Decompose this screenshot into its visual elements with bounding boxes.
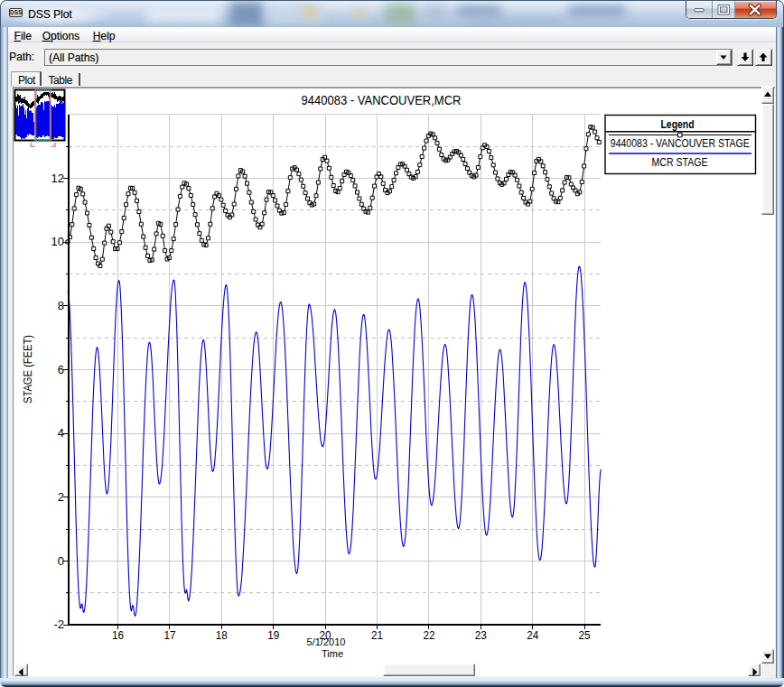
svg-text:MCR STAGE: MCR STAGE	[652, 155, 708, 169]
svg-text:STAGE (FEET): STAGE (FEET)	[22, 335, 34, 404]
svg-text:17: 17	[163, 629, 175, 642]
svg-text:-2: -2	[53, 617, 64, 631]
svg-text:16: 16	[112, 629, 124, 642]
svg-text:5/1/2010: 5/1/2010	[307, 636, 346, 647]
svg-text:4: 4	[58, 426, 64, 440]
svg-text:2: 2	[58, 490, 64, 504]
svg-text:23: 23	[475, 629, 487, 642]
svg-text:10: 10	[51, 235, 64, 248]
svg-text:25: 25	[579, 629, 591, 642]
svg-text:6: 6	[58, 363, 64, 376]
svg-text:9440083 - VANCOUVER,MCR: 9440083 - VANCOUVER,MCR	[302, 92, 462, 107]
svg-text:24: 24	[527, 629, 538, 642]
svg-text:19: 19	[267, 629, 279, 642]
svg-text:0: 0	[58, 554, 64, 568]
svg-text:8: 8	[58, 299, 64, 312]
svg-text:Legend: Legend	[661, 117, 695, 131]
svg-text:22: 22	[423, 629, 434, 642]
svg-text:12: 12	[51, 172, 64, 185]
svg-text:9440083 - VANCOUVER STAGE: 9440083 - VANCOUVER STAGE	[611, 136, 750, 150]
svg-text:Time: Time	[322, 648, 343, 659]
svg-text:18: 18	[216, 629, 228, 642]
svg-text:21: 21	[371, 629, 383, 642]
